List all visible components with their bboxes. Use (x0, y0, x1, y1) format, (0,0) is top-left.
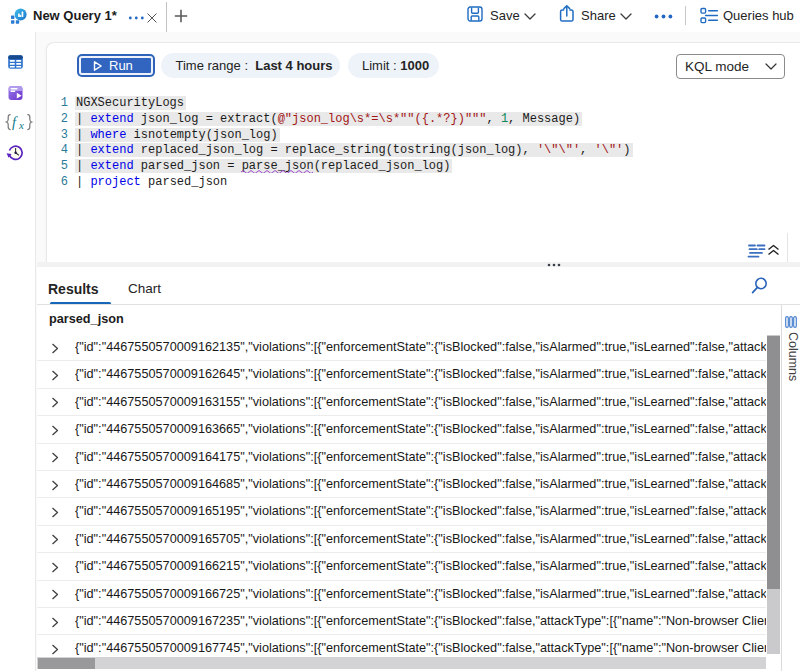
svg-text:x: x (18, 119, 24, 131)
svg-text:f: f (12, 114, 18, 130)
